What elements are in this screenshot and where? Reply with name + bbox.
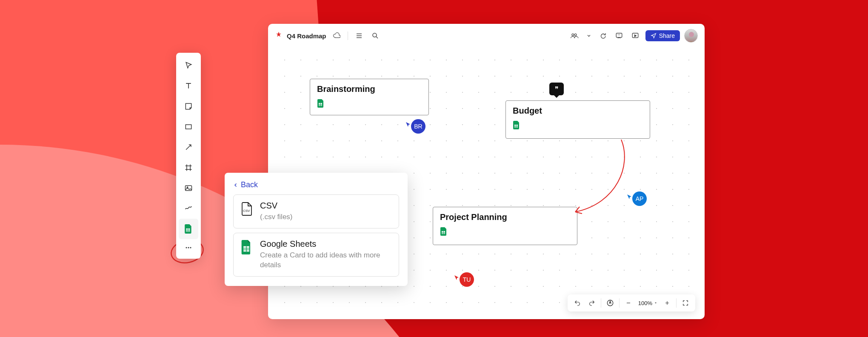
divider xyxy=(601,298,601,308)
svg-point-15 xyxy=(186,247,187,248)
undo-button[interactable] xyxy=(571,297,584,309)
option-subtitle: Create a Card to add ideas with more det… xyxy=(260,251,392,270)
svg-point-16 xyxy=(188,247,189,248)
collaborators-button[interactable] xyxy=(569,30,581,42)
sheets-icon xyxy=(440,227,448,236)
svg-rect-11 xyxy=(186,125,191,129)
csv-icon: CSV xyxy=(240,202,253,216)
header: Q4 Roadmap Share xyxy=(268,24,705,48)
sheets-icon xyxy=(513,121,520,129)
svg-point-1 xyxy=(572,34,574,36)
svg-point-2 xyxy=(574,34,577,36)
collaborator-cursor-tu: TU xyxy=(454,269,474,287)
svg-rect-3 xyxy=(616,33,622,37)
card-brainstorming[interactable]: Brainstorming xyxy=(310,79,429,115)
zoom-level[interactable]: 100% xyxy=(637,300,659,306)
tool-select[interactable] xyxy=(179,55,198,76)
share-button[interactable]: Share xyxy=(645,30,680,41)
import-option-google-sheets[interactable]: Google Sheets Create a Card to add ideas… xyxy=(233,233,399,277)
option-title: Google Sheets xyxy=(260,239,392,249)
collaborator-badge: AP xyxy=(632,191,647,206)
card-budget[interactable]: Budget xyxy=(505,100,650,139)
comment-indicator[interactable]: ❞ xyxy=(549,83,564,95)
zoom-value: 100% xyxy=(638,300,652,306)
chevron-down-icon[interactable] xyxy=(585,30,593,42)
card-title: Project Planning xyxy=(440,212,570,222)
divider xyxy=(348,31,348,40)
app-logo-icon xyxy=(275,31,283,40)
card-project-planning[interactable]: Project Planning xyxy=(433,207,577,245)
svg-point-5 xyxy=(689,32,694,37)
redo-button[interactable] xyxy=(585,297,598,309)
comments-button[interactable] xyxy=(597,30,609,42)
option-subtitle: (.csv files) xyxy=(260,212,293,222)
svg-rect-12 xyxy=(186,186,192,191)
option-title: CSV xyxy=(260,201,293,211)
sheets-icon xyxy=(240,240,253,254)
chat-button[interactable] xyxy=(613,30,625,42)
tool-sticky[interactable] xyxy=(179,96,198,117)
svg-point-0 xyxy=(373,33,377,37)
left-toolbar xyxy=(176,53,201,259)
annotate-button[interactable] xyxy=(604,297,617,309)
svg-text:CSV: CSV xyxy=(243,209,250,213)
zoom-in-button[interactable] xyxy=(661,297,674,309)
fullscreen-button[interactable] xyxy=(679,297,692,309)
menu-button[interactable] xyxy=(353,30,365,42)
tool-text[interactable] xyxy=(179,76,198,96)
cloud-sync-icon[interactable] xyxy=(331,30,343,42)
svg-point-17 xyxy=(190,247,191,248)
share-icon xyxy=(651,33,657,39)
search-button[interactable] xyxy=(369,30,381,42)
back-button[interactable]: Back xyxy=(233,180,399,189)
chevron-left-icon xyxy=(233,182,238,188)
tool-frame[interactable] xyxy=(179,157,198,178)
tool-shape[interactable] xyxy=(179,117,198,137)
collaborator-cursor-ap: AP xyxy=(626,188,647,206)
present-button[interactable] xyxy=(629,30,641,42)
sheets-icon xyxy=(317,99,325,108)
tool-arrow[interactable] xyxy=(179,137,198,157)
divider xyxy=(619,298,620,308)
zoom-out-button[interactable] xyxy=(622,297,635,309)
collaborator-badge: BR xyxy=(411,119,425,134)
tool-image[interactable] xyxy=(179,178,198,198)
import-option-csv[interactable]: CSV CSV (.csv files) xyxy=(233,194,399,228)
document-title: Q4 Roadmap xyxy=(287,32,326,40)
collaborator-cursor-br: BR xyxy=(405,116,425,134)
caret-down-icon xyxy=(654,301,657,305)
avatar[interactable] xyxy=(684,29,698,43)
card-title: Budget xyxy=(513,106,643,116)
tool-scribble[interactable] xyxy=(179,198,198,219)
tool-sheets[interactable] xyxy=(179,219,198,239)
card-title: Brainstorming xyxy=(317,84,422,94)
back-label: Back xyxy=(241,180,258,189)
import-popup: Back CSV CSV (.csv files) Google Sheets … xyxy=(225,173,408,286)
tool-more[interactable] xyxy=(179,239,198,256)
collaborator-badge: TU xyxy=(460,272,474,287)
bottom-toolbar: 100% xyxy=(568,294,695,311)
share-button-label: Share xyxy=(659,32,675,39)
divider xyxy=(676,298,677,308)
